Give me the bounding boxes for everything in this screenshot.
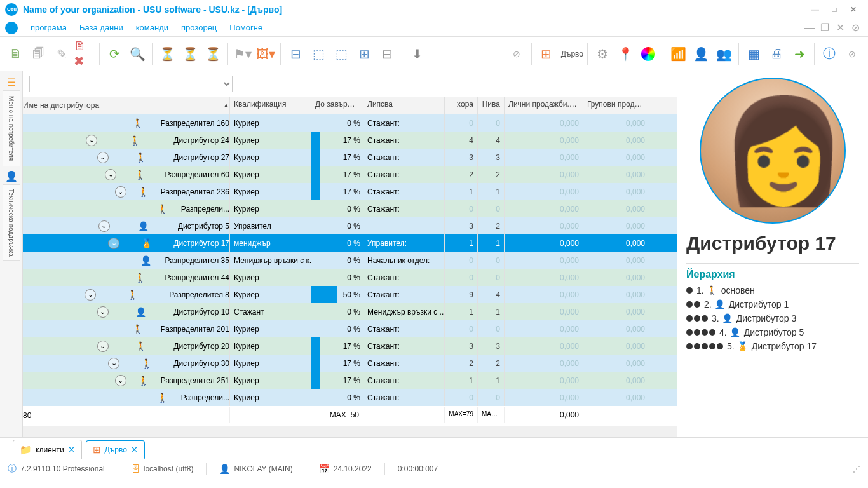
col-progress[interactable]: До завършва... (311, 97, 363, 114)
expand-icon[interactable]: ⌄ (97, 306, 109, 318)
hierarchy-item[interactable]: 2.👤Дистрибутор 1 (686, 299, 859, 309)
table-row[interactable]: 🚶Разпредели...Куриер0 %Стажант:000,0000,… (23, 389, 677, 406)
table-row[interactable]: ⌄🚶Дистрибутор 27Куриер17 %Стажант:330,00… (23, 149, 677, 166)
mdi-restore-button[interactable]: ❐ (817, 22, 832, 34)
filter-icon[interactable]: ⏳ (156, 42, 178, 66)
col-personal-sales[interactable]: Лични продажби. 1 м... (505, 97, 583, 114)
side-tab-support[interactable]: Техническа поддръжка (3, 184, 20, 261)
flag-icon[interactable]: ⚑▾ (232, 42, 254, 66)
table-row[interactable]: ⌄🚶Дистрибутор 20Куриер17 %Стажант:330,00… (23, 337, 677, 355)
table-row[interactable]: ⌄🚶Разпределител 60Куриер17 %Стажант:220,… (23, 166, 677, 183)
copy-doc-icon[interactable]: 🗐 (28, 42, 50, 66)
col-missing[interactable]: Липсва (363, 97, 445, 114)
status-grip-icon[interactable]: ⋰ (853, 464, 860, 473)
table-row[interactable]: ⌄👤Дистрибутор 5Управител0 %320,0000,000 (23, 217, 677, 234)
expand-icon[interactable]: ⌄ (115, 186, 126, 198)
user-icon[interactable]: 👤 (690, 42, 712, 66)
col-people[interactable]: хора (445, 97, 478, 114)
table-row[interactable]: ⌄🚶Разпределител 251Куриер17 %Стажант:110… (23, 372, 677, 389)
group-icon[interactable]: ⊞ (353, 42, 375, 66)
table-row[interactable]: 🚶Разпредели...Куриер0 %Стажант:000,0000,… (23, 200, 677, 217)
col-distributor-name[interactable]: Име на дистрибутора▲ (23, 97, 230, 114)
tab-clients[interactable]: 📁 клиенти ✕ (13, 440, 82, 459)
filter-clear-icon[interactable]: ⏳ (202, 42, 224, 66)
close-button[interactable]: ✕ (844, 3, 863, 16)
filter-dropdown[interactable] (29, 76, 233, 92)
col-levels[interactable]: Нива (478, 97, 505, 114)
side-support-icon[interactable]: 👤 (4, 169, 18, 183)
table-row[interactable]: ⌄🚶Дистрибутор 30Куриер17 %Стажант:220,00… (23, 355, 677, 372)
menu-program[interactable]: програма (24, 20, 73, 35)
expand-icon[interactable]: ⌄ (97, 152, 109, 163)
import-icon[interactable]: ⬇ (406, 42, 428, 66)
table-row[interactable]: 🚶Разпределител 201Куриер0 %Стажант:000,0… (23, 320, 677, 337)
ungroup-icon[interactable]: ⊟ (376, 42, 398, 66)
rss-icon[interactable]: 📶 (667, 42, 689, 66)
tab-clients-close[interactable]: ✕ (68, 445, 75, 454)
table-row[interactable]: ⌄🚶Дистрибутор 24Куриер17 %Стажант:440,00… (23, 132, 677, 149)
table-row[interactable]: ⌄🚶Разпределител 236Куриер17 %Стажант:110… (23, 183, 677, 200)
expand-icon[interactable]: ⌄ (108, 358, 119, 369)
expand-icon[interactable]: ⌄ (85, 289, 96, 301)
hier-dots-icon (686, 329, 715, 336)
export-icon[interactable]: ➜ (789, 42, 810, 66)
pin-icon[interactable]: ⊘ (506, 42, 527, 66)
hierarchy-item[interactable]: 5.🏅Дистрибутор 17 (686, 341, 859, 351)
menu-database[interactable]: База данни (73, 20, 130, 35)
menu-commands[interactable]: команди (130, 20, 175, 35)
tree-view-icon[interactable]: ⊞ (536, 42, 557, 66)
refresh-icon[interactable]: ⟳ (104, 42, 125, 66)
color-icon[interactable] (637, 42, 659, 66)
hierarchy-item[interactable]: 3.👤Дистрибутор 3 (686, 313, 859, 323)
expand-tree-icon[interactable]: ⬚ (308, 42, 329, 66)
location-icon[interactable]: 📍 (614, 42, 636, 66)
expand-icon[interactable]: ⌄ (98, 220, 110, 232)
edit-doc-icon[interactable]: ✎ (51, 42, 72, 66)
tab-clients-label: клиенти (36, 445, 64, 454)
row-person-icon: 🚶 (137, 376, 149, 386)
col-group-sales[interactable]: Групови продажб... (583, 97, 649, 114)
table-row[interactable]: 👤Разпределител 35Мениджър връзки с к...0… (23, 252, 677, 269)
print-icon[interactable]: 🖨 (766, 42, 787, 66)
minimize-button[interactable]: — (806, 3, 825, 16)
tab-tree[interactable]: ⊞ Дърво ✕ (86, 440, 145, 459)
mdi-overflow-button[interactable]: ⊘ (848, 22, 863, 34)
row-qual: Мениджър връзки с к... (230, 252, 311, 269)
h-scrollbar[interactable] (23, 426, 677, 437)
calendar-icon[interactable]: ▦ (743, 42, 764, 66)
hierarchy-item[interactable]: 1.🚶основен (686, 285, 859, 295)
gear-icon[interactable]: ⚙ (592, 42, 613, 66)
collapse-tree-icon[interactable]: ⬚ (330, 42, 352, 66)
maximize-button[interactable]: □ (825, 3, 844, 16)
menu-window[interactable]: прозорец (175, 20, 223, 35)
delete-doc-icon[interactable]: 🗎✖ (74, 42, 95, 66)
image-icon[interactable]: 🖼▾ (255, 42, 276, 66)
info-icon[interactable]: ⓘ (818, 42, 840, 66)
tab-tree-close[interactable]: ✕ (131, 445, 138, 454)
table-row[interactable]: ⌄🚶Разпределител 8Куриер50 %Стажант:940,0… (23, 286, 677, 303)
row-sales2: 0,000 (583, 200, 649, 217)
table-row[interactable]: ⌄🏅Дистрибутор 17мениджър0 %Управител:110… (23, 234, 677, 252)
new-doc-icon[interactable]: 🗎 (5, 42, 27, 66)
columns-icon[interactable]: ⊟ (285, 42, 306, 66)
grid-body[interactable]: 🚶Разпределител 160Куриер0 %Стажант:000,0… (23, 114, 677, 407)
search-icon[interactable]: 🔍 (126, 42, 148, 66)
expand-icon[interactable]: ⌄ (97, 341, 109, 352)
hierarchy-item[interactable]: 4.👤Дистрибутор 5 (686, 327, 859, 337)
mdi-close-button[interactable]: ✕ (832, 22, 848, 34)
side-menu-icon[interactable]: ☰ (4, 75, 18, 89)
overflow-icon[interactable]: ⊘ (841, 42, 863, 66)
col-qualification[interactable]: Квалификация (230, 97, 311, 114)
expand-icon[interactable]: ⌄ (108, 238, 119, 249)
expand-icon[interactable]: ⌄ (115, 375, 126, 386)
table-row[interactable]: 🚶Разпределител 44Куриер0 %Стажант:000,00… (23, 269, 677, 286)
side-tab-user-menu[interactable]: Меню на потребителя (3, 90, 20, 166)
filter-col-icon[interactable]: ⏳ (179, 42, 201, 66)
expand-icon[interactable]: ⌄ (86, 135, 97, 146)
expand-icon[interactable]: ⌄ (105, 169, 116, 180)
users-icon[interactable]: 👥 (713, 42, 735, 66)
table-row[interactable]: 🚶Разпределител 160Куриер0 %Стажант:000,0… (23, 114, 677, 132)
table-row[interactable]: ⌄👤Дистрибутор 10Стажант0 %Мениджър връзк… (23, 303, 677, 320)
mdi-minimize-button[interactable]: — (802, 22, 817, 34)
menu-help[interactable]: Помогне (223, 20, 269, 35)
